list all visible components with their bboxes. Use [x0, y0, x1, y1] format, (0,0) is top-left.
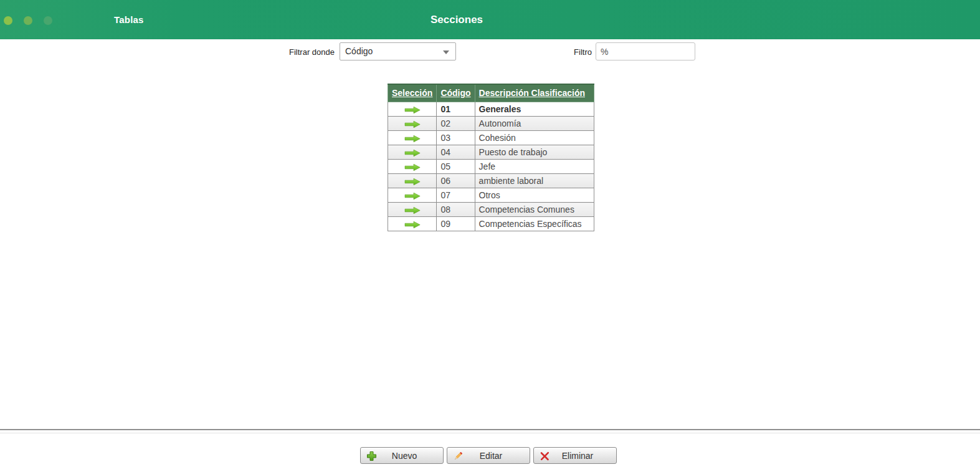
table-row: 08 Competencias Comunes: [388, 203, 594, 217]
table-row: 07 Otros: [388, 188, 594, 203]
select-arrow-icon[interactable]: [404, 106, 421, 114]
table-body: 01 Generales 02 Autonomía 03 Cohesión 04…: [388, 102, 594, 231]
row-codigo: 03: [437, 131, 475, 145]
plus-icon: [366, 451, 377, 461]
row-codigo: 05: [437, 160, 475, 174]
table-row: 05 Jefe: [388, 160, 594, 174]
row-codigo: 07: [437, 188, 475, 203]
select-arrow-icon[interactable]: [404, 135, 421, 143]
select-arrow-icon[interactable]: [404, 163, 421, 171]
row-descripcion: Jefe: [475, 160, 594, 174]
filter-where-selected-value: Código: [345, 46, 373, 56]
eliminar-button[interactable]: Eliminar: [533, 447, 617, 464]
filter-value-label: Filtro: [533, 47, 592, 57]
row-codigo: 06: [437, 174, 475, 188]
row-codigo: 01: [437, 102, 475, 117]
table-row: 09 Competencias Específicas: [388, 217, 594, 231]
x-icon: [540, 451, 550, 461]
filter-where-select[interactable]: Código: [340, 42, 456, 60]
eliminar-button-label: Eliminar: [562, 451, 594, 461]
table-row: 01 Generales: [388, 102, 594, 117]
row-select-cell: [388, 131, 437, 145]
pencil-icon: [453, 451, 464, 461]
row-codigo: 09: [437, 217, 475, 231]
row-descripcion: Competencias Específicas: [475, 217, 594, 231]
window-dot-icon[interactable]: [4, 16, 12, 25]
chevron-down-icon: [443, 51, 449, 54]
row-codigo: 02: [437, 117, 475, 131]
filter-value-input[interactable]: [596, 42, 695, 60]
row-descripcion: Cohesión: [475, 131, 594, 145]
table-header-row: Selección Código Descripción Clasificaci…: [388, 84, 594, 102]
row-descripcion: Puesto de trabajo: [475, 145, 594, 160]
app-header: Tablas Secciones: [0, 0, 980, 39]
editar-button[interactable]: Editar: [447, 447, 530, 464]
row-select-cell: [388, 174, 437, 188]
app-title: Tablas: [114, 14, 144, 25]
table-row: 06 ambiente laboral: [388, 174, 594, 188]
window-dot-icon[interactable]: [24, 16, 32, 25]
select-arrow-icon[interactable]: [404, 149, 421, 157]
row-descripcion: ambiente laboral: [475, 174, 594, 188]
nuevo-button-label: Nuevo: [392, 451, 417, 461]
secciones-table: Selección Código Descripción Clasificaci…: [388, 84, 594, 231]
row-select-cell: [388, 145, 437, 160]
row-select-cell: [388, 102, 437, 117]
row-codigo: 04: [437, 145, 475, 160]
select-arrow-icon[interactable]: [404, 192, 421, 200]
row-select-cell: [388, 188, 437, 203]
row-descripcion: Generales: [475, 102, 594, 117]
row-descripcion: Otros: [475, 188, 594, 203]
table-row: 04 Puesto de trabajo: [388, 145, 594, 160]
filter-where-label: Filtrar donde: [249, 47, 335, 57]
footer-divider: [0, 429, 980, 433]
row-codigo: 08: [437, 203, 475, 217]
column-header-seleccion[interactable]: Selección: [388, 84, 437, 102]
toolbar: Nuevo Editar Eliminar: [360, 447, 617, 464]
table-row: 02 Autonomía: [388, 117, 594, 131]
select-arrow-icon[interactable]: [404, 120, 421, 128]
select-arrow-icon[interactable]: [404, 178, 421, 186]
row-select-cell: [388, 203, 437, 217]
select-arrow-icon[interactable]: [404, 221, 421, 229]
column-header-codigo[interactable]: Código: [437, 84, 475, 102]
table-row: 03 Cohesión: [388, 131, 594, 145]
column-header-descripcion[interactable]: Descripción Clasificación: [475, 84, 594, 102]
window-controls: [4, 16, 52, 25]
row-select-cell: [388, 160, 437, 174]
row-descripcion: Autonomía: [475, 117, 594, 131]
window-dot-icon[interactable]: [44, 16, 52, 25]
nuevo-button[interactable]: Nuevo: [360, 447, 444, 464]
page-title: Secciones: [431, 14, 483, 26]
row-select-cell: [388, 217, 437, 231]
select-arrow-icon[interactable]: [404, 206, 421, 214]
editar-button-label: Editar: [480, 451, 503, 461]
row-descripcion: Competencias Comunes: [475, 203, 594, 217]
row-select-cell: [388, 117, 437, 131]
